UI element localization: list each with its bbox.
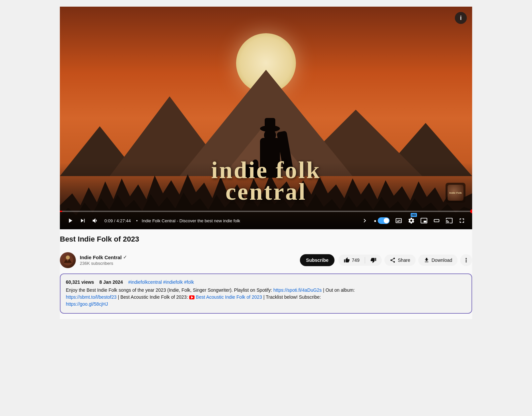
description-text-3: | Best Acoustic Indie Folk of 2023: <box>118 294 189 300</box>
miniplayer-button[interactable] <box>419 216 429 226</box>
album-link[interactable]: https://sbmt.to/l/bestof23 <box>66 294 117 300</box>
publish-date: 8 Jan 2024 <box>99 279 123 285</box>
navigate-button[interactable] <box>360 216 370 226</box>
view-count: 60,321 views <box>66 279 94 285</box>
controls-bar: 0:09 / 4:27:44 • Indie Folk Central - Di… <box>60 212 472 229</box>
like-count: 749 <box>352 258 359 263</box>
spotify-link[interactable]: https://spoti.fi/4aDuG2s <box>273 287 322 293</box>
autoplay-label: ● <box>374 218 376 223</box>
description-text-4: | Tracklist below! Subscribe: <box>263 294 321 300</box>
theater-button[interactable] <box>432 216 442 226</box>
time-display: 0:09 / 4:27:44 <box>104 218 131 223</box>
volume-button[interactable] <box>90 216 100 226</box>
action-buttons-group: 749 Share Download <box>338 254 472 266</box>
cast-button[interactable] <box>444 216 454 226</box>
video-title-row: Best Indie Folk of 2023 <box>60 235 472 248</box>
description-box[interactable]: 60,321 views 8 Jan 2024 #indiefolkcentra… <box>60 273 472 314</box>
subscribe-button[interactable]: Subscribe <box>300 254 334 266</box>
playlist-label: Best Acoustic Indie Folk of 2023 <box>196 294 262 301</box>
channel-action-row: Indie Folk Central ✓ 236K subscribers Su… <box>60 252 472 268</box>
tag-indiefolkcentral[interactable]: #indiefolkcentral <box>128 279 162 285</box>
separator-dot: • <box>136 218 138 223</box>
channel-avatar[interactable] <box>60 252 76 268</box>
download-label: Download <box>432 258 452 263</box>
subscriber-count: 236K subscribers <box>80 261 296 266</box>
video-title-overlay: indie folk central <box>60 159 472 203</box>
more-options-button[interactable] <box>460 254 472 266</box>
channel-name-text: Indie Folk Central <box>80 255 122 260</box>
verified-badge: ✓ <box>123 255 127 260</box>
tag-folk[interactable]: #folk <box>184 279 194 285</box>
download-button[interactable]: Download <box>418 255 458 266</box>
share-label: Share <box>398 258 410 263</box>
title-overlay-text: indie folk central <box>60 159 472 203</box>
youtube-icon-inline <box>189 295 195 299</box>
channel-info: Indie Folk Central ✓ 236K subscribers <box>80 255 296 266</box>
dislike-button[interactable] <box>365 255 382 266</box>
description-text-1: Enjoy the Best Indie Folk songs of the y… <box>66 287 273 293</box>
settings-button[interactable] <box>406 216 416 226</box>
player-channel-name[interactable]: Indie Folk Central - Discover the best n… <box>142 218 357 223</box>
figure-hat <box>260 125 280 132</box>
description-stats: 60,321 views 8 Jan 2024 #indiefolkcentra… <box>66 279 466 285</box>
subtitles-button[interactable] <box>394 216 404 226</box>
main-container: indie folk central Indie Folk i <box>60 7 472 319</box>
playlist-link[interactable]: Best Acoustic Indie Folk of 2023 <box>196 294 262 301</box>
play-button[interactable] <box>65 216 75 226</box>
like-dislike-group: 749 <box>338 255 382 266</box>
video-thumbnail: indie folk central Indie Folk <box>60 7 472 229</box>
settings-wrap: HD <box>406 216 416 226</box>
skip-button[interactable] <box>78 216 88 226</box>
fullscreen-button[interactable] <box>457 216 467 226</box>
tag-indiefolk[interactable]: #indiefolk <box>163 279 183 285</box>
description-text: Enjoy the Best Indie Folk songs of the y… <box>66 287 466 308</box>
autoplay-toggle[interactable]: ● <box>372 216 391 225</box>
channel-avatar-inner <box>60 252 76 268</box>
description-tags: #indiefolkcentral #indiefolk #folk <box>128 279 194 285</box>
channel-logo-video: Indie Folk <box>446 183 466 203</box>
channel-logo-video-inner: Indie Folk <box>448 185 464 201</box>
subscribe-link[interactable]: https://goo.gl/58cjHJ <box>66 301 108 307</box>
hd-badge: HD <box>411 213 417 217</box>
channel-name-link[interactable]: Indie Folk Central ✓ <box>80 255 296 260</box>
video-player[interactable]: indie folk central Indie Folk i <box>60 7 472 229</box>
description-text-2: | Out on album: <box>322 287 355 293</box>
share-button[interactable]: Share <box>384 255 415 266</box>
video-main-title: Best Indie Folk of 2023 <box>60 235 472 244</box>
below-video-section: Best Indie Folk of 2023 Indie Folk Cen <box>60 229 472 319</box>
like-button[interactable]: 749 <box>338 255 365 266</box>
info-button[interactable]: i <box>455 12 467 24</box>
svg-point-1 <box>66 256 70 260</box>
